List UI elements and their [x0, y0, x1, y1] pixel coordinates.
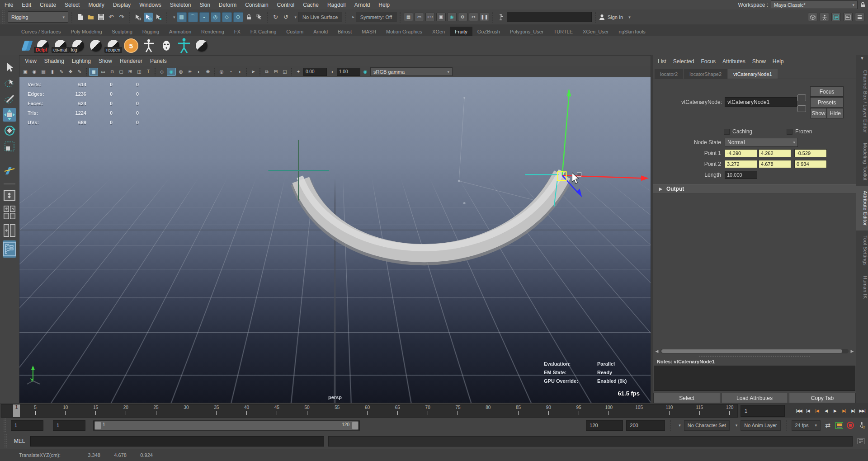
- fps-dropdown[interactable]: 24 fps ▾: [792, 420, 821, 431]
- snap-to-grid-icon[interactable]: ▦: [177, 12, 187, 22]
- panel-menu-item[interactable]: Lighting: [72, 58, 91, 64]
- menu-item[interactable]: Skin: [200, 2, 210, 8]
- shelf-tab[interactable]: TURTLE: [548, 27, 578, 36]
- chevron-down-icon[interactable]: ▼: [860, 56, 864, 61]
- snap-to-view-plane-icon[interactable]: ◇: [222, 12, 232, 22]
- manipulator-x-arrow[interactable]: [641, 175, 649, 181]
- scrollbar-thumb[interactable]: [661, 349, 842, 353]
- locator1-cross[interactable]: [268, 140, 329, 201]
- python-script-icon[interactable]: reopen: [106, 38, 121, 53]
- redo-icon[interactable]: ↷: [117, 13, 126, 22]
- script-editor-icon[interactable]: [857, 437, 865, 445]
- menu-item[interactable]: Skeleton: [170, 2, 191, 8]
- animation-end-field[interactable]: 200: [626, 420, 665, 431]
- snap-to-point-icon[interactable]: •: [199, 12, 209, 22]
- xray-joints-icon[interactable]: ◖: [236, 68, 244, 75]
- playback-button[interactable]: ◀: [822, 405, 830, 416]
- manipulator-y-axis[interactable]: [562, 95, 569, 175]
- move-tool[interactable]: [3, 108, 16, 122]
- shelf-tab[interactable]: GoZBrush: [472, 27, 505, 36]
- presets-button[interactable]: Presets: [810, 97, 844, 108]
- shelf-tab[interactable]: Polygons_User: [505, 27, 549, 36]
- humanik-toggle-icon[interactable]: [820, 13, 829, 21]
- playback-button[interactable]: ▶▶|: [858, 405, 866, 416]
- point1-x-field[interactable]: -4.390: [725, 149, 757, 157]
- pause-viewport-icon[interactable]: ❚❚: [480, 13, 489, 21]
- rotate-tool[interactable]: [3, 124, 16, 137]
- outliner-layout-button[interactable]: [3, 240, 16, 258]
- exposure-icon[interactable]: ✦: [294, 68, 302, 75]
- focus-button[interactable]: Focus: [810, 86, 844, 97]
- use-all-lights-icon[interactable]: ☀: [186, 68, 194, 75]
- frozen-checkbox[interactable]: [787, 129, 793, 135]
- attribute-editor-toggle-icon[interactable]: [831, 13, 841, 21]
- save-scene-icon[interactable]: [96, 13, 105, 22]
- snap-to-projected-center-icon[interactable]: ◎: [211, 12, 221, 22]
- mute-cache-icon[interactable]: [846, 422, 854, 429]
- film-gate-icon[interactable]: ▭: [99, 68, 107, 75]
- resolution-gate-icon[interactable]: ◘: [108, 68, 116, 75]
- chevron-down-icon[interactable]: ▾: [679, 423, 681, 428]
- range-start-handle[interactable]: [95, 422, 101, 429]
- python-script-icon[interactable]: Delpl: [36, 38, 50, 53]
- shelf-tab[interactable]: Arnold: [308, 27, 333, 36]
- shelf-tab[interactable]: XGen: [427, 27, 450, 36]
- chevron-down-icon[interactable]: ▾: [173, 15, 175, 19]
- current-frame-field[interactable]: 1: [741, 405, 785, 417]
- select-button[interactable]: Select: [653, 393, 720, 403]
- node-name-field[interactable]: vtCatenaryNode1: [725, 97, 797, 107]
- shelf-tab[interactable]: Custom: [281, 27, 308, 36]
- construction-history-off-icon[interactable]: ↺: [282, 13, 291, 22]
- manipulator-y-arrow[interactable]: [567, 88, 571, 96]
- isolate-select-icon[interactable]: ◎: [217, 68, 226, 75]
- render-current-frame-icon[interactable]: ▭: [415, 13, 424, 21]
- time-slider[interactable]: 5 10 15 20 25 30 35 40 45 50 55 60: [0, 403, 868, 419]
- drag-handle[interactable]: [5, 434, 7, 448]
- hide-button[interactable]: Hide: [827, 108, 844, 118]
- ae-menu-item[interactable]: Show: [752, 58, 766, 65]
- camera-attributes-icon[interactable]: ▤: [39, 68, 47, 75]
- menu-item[interactable]: Ragdoll: [327, 2, 346, 8]
- menu-item[interactable]: Edit: [22, 2, 31, 8]
- current-frame-marker[interactable]: 1: [13, 405, 20, 417]
- timeline-ticks-area[interactable]: 5 10 15 20 25 30 35 40 45 50 55 60: [1, 404, 738, 418]
- tool-settings-toggle-icon[interactable]: [843, 13, 853, 21]
- gate-mask-icon[interactable]: ▢: [117, 68, 125, 75]
- oversceen-icon[interactable]: ✎: [75, 68, 84, 75]
- grid-toggle-icon[interactable]: ▦: [89, 68, 98, 76]
- playback-button[interactable]: ▶|: [840, 405, 848, 416]
- notes-textarea[interactable]: [654, 366, 855, 391]
- scroll-left-icon[interactable]: ◀: [654, 349, 660, 353]
- construction-history-on-icon[interactable]: ↻: [271, 13, 280, 22]
- menu-item[interactable]: File: [5, 2, 13, 8]
- textured-icon[interactable]: ◍: [177, 68, 185, 75]
- panel-menu-item[interactable]: Renderer: [120, 58, 142, 64]
- colorspace-dropdown[interactable]: sRGB gamma ▾: [370, 67, 453, 76]
- field-chart-icon[interactable]: ⊞: [126, 68, 134, 75]
- ae-menu-item[interactable]: Help: [773, 58, 784, 65]
- shelf-tab[interactable]: Poly Modeling: [66, 27, 107, 36]
- shelf-tab[interactable]: FX Caching: [245, 27, 281, 36]
- gamma-field[interactable]: 1.00: [337, 68, 360, 76]
- chevron-down-icon[interactable]: ▾: [295, 15, 297, 19]
- menu-item[interactable]: Arnold: [354, 2, 370, 8]
- snap-to-curve-icon[interactable]: ⌒: [188, 12, 198, 22]
- playback-start-field[interactable]: 1: [53, 420, 85, 431]
- panel-menu-item[interactable]: Shading: [44, 58, 64, 64]
- point2-z-field[interactable]: 0.934: [794, 160, 827, 168]
- smooth-shade-icon[interactable]: ◉: [167, 68, 176, 76]
- shelf-tab[interactable]: Curves / Surfaces: [16, 27, 66, 36]
- playback-loop-icon[interactable]: ⇄: [824, 422, 832, 429]
- ae-node-tab[interactable]: vtCatenaryNode1: [728, 69, 778, 79]
- playback-range-bar[interactable]: 1 120: [93, 420, 360, 431]
- select-component-icon[interactable]: [154, 13, 163, 22]
- panel-menu-item[interactable]: View: [25, 58, 37, 64]
- node-state-dropdown[interactable]: Normal ▾: [725, 138, 798, 147]
- selection-highlight-icon[interactable]: ➤: [249, 68, 257, 75]
- mask-icon[interactable]: [159, 38, 174, 53]
- menu-set-dropdown[interactable]: Rigging ▾: [8, 11, 68, 23]
- select-object-icon[interactable]: [144, 13, 153, 22]
- playback-button[interactable]: ▶: [831, 405, 839, 416]
- point2-x-field[interactable]: 3.272: [725, 160, 757, 168]
- playback-button[interactable]: ▶|: [849, 405, 857, 416]
